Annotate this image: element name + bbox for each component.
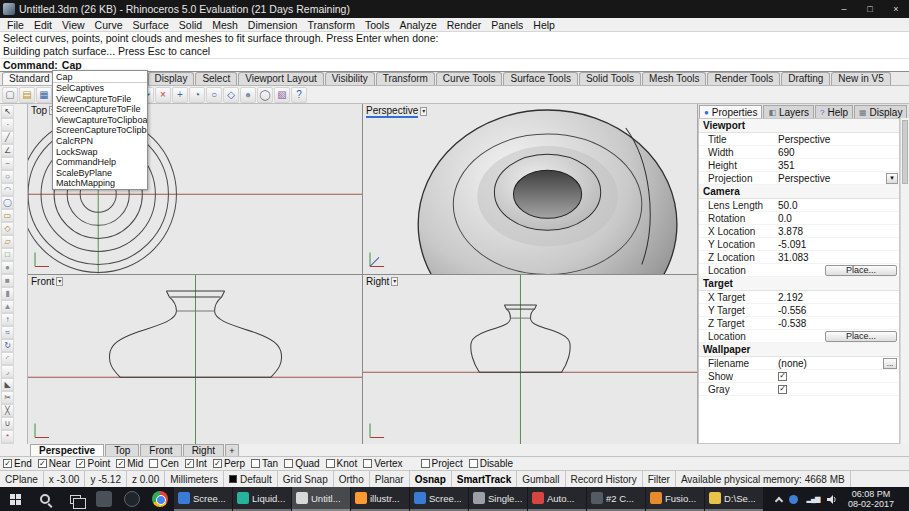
delete-icon[interactable]: ×: [155, 87, 171, 103]
maximize-button[interactable]: □: [857, 0, 883, 18]
autocomplete-item-screencapturetofile[interactable]: ScreenCaptureToFile: [53, 104, 147, 115]
place-button[interactable]: Place...: [825, 331, 897, 342]
osnap-toggle-mid[interactable]: ✓Mid: [116, 458, 143, 469]
status-osnap[interactable]: Osnap: [410, 471, 452, 487]
layer-manager-icon[interactable]: ▧: [274, 87, 290, 103]
surface-tool-icon[interactable]: ▱: [1, 235, 14, 248]
viewport-right[interactable]: Right ▾: [363, 275, 697, 445]
explode-tool-icon[interactable]: *: [1, 430, 14, 443]
checkbox[interactable]: [469, 459, 478, 468]
box-tool-icon[interactable]: ■: [1, 274, 14, 287]
viewport-tab-right[interactable]: Right: [183, 444, 224, 456]
editor-app-button[interactable]: [90, 487, 118, 511]
taskbar-window-d-se[interactable]: D:\Se...: [705, 487, 763, 511]
taskbar-window-auto[interactable]: Auto...: [528, 487, 586, 511]
ellipse-tool-icon[interactable]: ◯: [1, 196, 14, 209]
pointer-tool-icon[interactable]: ↖: [1, 105, 14, 118]
autocomplete-item-commandhelp[interactable]: CommandHelp: [53, 157, 147, 168]
arc-tool-icon[interactable]: ◠: [1, 183, 14, 196]
chevron-down-icon[interactable]: ▾: [886, 173, 898, 184]
autocomplete-item-lockswap[interactable]: LockSwap: [53, 147, 147, 158]
toolbar-tab-select[interactable]: Select: [195, 72, 237, 85]
osnap-toggle-vertex[interactable]: Vertex: [363, 458, 402, 469]
loft-tool-icon[interactable]: ≈: [1, 326, 14, 339]
volume-icon[interactable]: [825, 492, 839, 506]
circle-tool-icon[interactable]: ○: [1, 170, 14, 183]
chamfer-tool-icon[interactable]: ◣: [1, 378, 14, 391]
taskbar-window-2-c[interactable]: #2 C...: [587, 487, 645, 511]
checkbox[interactable]: ✓: [778, 372, 787, 381]
viewport-tab-top[interactable]: Top: [105, 444, 139, 456]
osnap-toggle-knot[interactable]: Knot: [326, 458, 358, 469]
status-gumball[interactable]: Gumball: [517, 471, 565, 487]
toolbar-tab-visibility[interactable]: Visibility: [325, 72, 375, 85]
sweep-tool-icon[interactable]: ◜: [1, 352, 14, 365]
pan-icon[interactable]: ◇: [223, 87, 239, 103]
menu-item-edit[interactable]: Edit: [29, 19, 57, 31]
curve-tool-icon[interactable]: ~: [1, 157, 14, 170]
revolve-tool-icon[interactable]: ↻: [1, 339, 14, 352]
panel-tab-properties[interactable]: ●Properties: [699, 105, 762, 118]
chrome-button[interactable]: [146, 487, 174, 511]
taskbar-window-single[interactable]: Single...: [469, 487, 527, 511]
checkbox[interactable]: [149, 459, 158, 468]
autocomplete-item-scalebyplane[interactable]: ScaleByPlane: [53, 168, 147, 179]
minimize-button[interactable]: –: [831, 0, 857, 18]
menu-item-analyze[interactable]: Analyze: [394, 19, 441, 31]
taskbar-window-illustr[interactable]: illustr...: [351, 487, 409, 511]
chevron-down-icon[interactable]: ▾: [420, 107, 427, 116]
status-planar[interactable]: Planar: [370, 471, 410, 487]
panel-tab-layers[interactable]: ◧Layers: [763, 105, 814, 118]
checkbox[interactable]: ✓: [38, 459, 47, 468]
viewport-front[interactable]: Front ▾: [28, 275, 362, 445]
osnap-toggle-project[interactable]: Project: [421, 458, 463, 469]
menu-item-panels[interactable]: Panels: [486, 19, 528, 31]
menu-item-surface[interactable]: Surface: [128, 19, 174, 31]
autocomplete-item-calcrpn[interactable]: CalcRPN: [53, 136, 147, 147]
open-file-icon[interactable]: ▤: [19, 87, 35, 103]
panel-tab-help[interactable]: ?Help: [815, 105, 853, 118]
cylinder-tool-icon[interactable]: ▮: [1, 287, 14, 300]
viewport-front-label[interactable]: Front ▾: [31, 276, 63, 287]
checkbox[interactable]: ✓: [76, 459, 85, 468]
toolbar-tab-transform[interactable]: Transform: [376, 72, 435, 85]
extrude-tool-icon[interactable]: ↑: [1, 313, 14, 326]
toolbar-tab-mesh-tools[interactable]: Mesh Tools: [642, 72, 706, 85]
status-record-history[interactable]: Record History: [566, 471, 643, 487]
viewport-right-label[interactable]: Right ▾: [366, 276, 398, 287]
place-button[interactable]: Place...: [825, 265, 897, 276]
checkbox[interactable]: [326, 459, 335, 468]
taskbar-window-scree[interactable]: Scree...: [410, 487, 468, 511]
task-view-button[interactable]: [60, 487, 90, 511]
menu-item-mesh[interactable]: Mesh: [207, 19, 243, 31]
chevron-down-icon[interactable]: ▾: [391, 277, 398, 286]
autocomplete-item-viewcapturetofile[interactable]: ViewCaptureToFile: [53, 94, 147, 105]
menu-item-solid[interactable]: Solid: [174, 19, 207, 31]
toolbar-tab-viewport-layout[interactable]: Viewport Layout: [238, 72, 324, 85]
onedrive-icon[interactable]: [787, 492, 801, 506]
osnap-toggle-disable[interactable]: Disable: [469, 458, 513, 469]
menu-item-help[interactable]: Help: [528, 19, 560, 31]
rectangle-tool-icon[interactable]: ▭: [1, 209, 14, 222]
join-tool-icon[interactable]: ∪: [1, 417, 14, 430]
new-viewport-tab-button[interactable]: +: [225, 444, 239, 456]
clock[interactable]: 06:08 PM 08-02-2017: [844, 489, 898, 509]
osnap-toggle-cen[interactable]: Cen: [149, 458, 178, 469]
autocomplete-item-screencapturetoclipboard[interactable]: ScreenCaptureToClipboard: [53, 125, 147, 136]
menu-item-dimension[interactable]: Dimension: [243, 19, 303, 31]
autocomplete-item-viewcapturetoclipboard[interactable]: ViewCaptureToClipboard: [53, 115, 147, 126]
status-smarttrack[interactable]: SmartTrack: [452, 471, 517, 487]
menu-item-tools[interactable]: Tools: [360, 19, 395, 31]
toolbar-tab-display[interactable]: Display: [148, 72, 195, 85]
status-current-layer[interactable]: Default: [224, 471, 278, 487]
viewport-perspective[interactable]: Perspective ▾: [363, 104, 697, 274]
viewport-tab-perspective[interactable]: Perspective: [30, 444, 104, 456]
checkbox[interactable]: [284, 459, 293, 468]
search-button[interactable]: [30, 487, 60, 511]
tray-expand-chevron-icon[interactable]: [775, 496, 783, 504]
taskbar-window-untitl[interactable]: Untitl...: [292, 487, 350, 511]
menu-item-file[interactable]: File: [2, 19, 29, 31]
autocomplete-item-matchmapping[interactable]: MatchMapping: [53, 178, 147, 189]
toolbar-tab-curve-tools[interactable]: Curve Tools: [436, 72, 503, 85]
status-filter[interactable]: Filter: [643, 471, 676, 487]
